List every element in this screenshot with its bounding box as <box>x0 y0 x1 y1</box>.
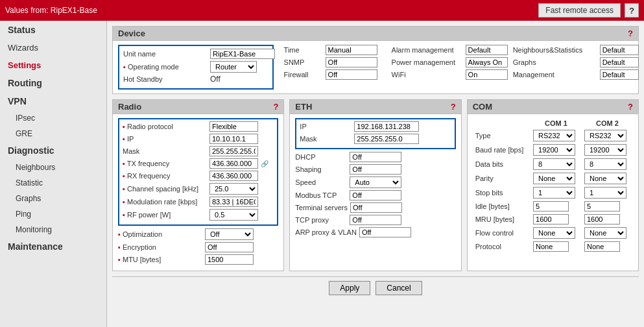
sidebar-item-status[interactable]: Status <box>0 21 106 39</box>
com-data-label: Data bits <box>473 157 531 171</box>
radio-rf-label: RF power [W] <box>123 211 207 219</box>
eth-arp-input[interactable] <box>359 227 411 237</box>
apply-button[interactable]: Apply <box>329 281 370 295</box>
com1-type-select[interactable]: RS232 <box>533 130 575 141</box>
radio-channel-select[interactable]: 25.0 <box>209 183 258 195</box>
sidebar: Status Wizards Settings Routing VPN IPse… <box>0 21 107 327</box>
eth-terminal-label: Terminal servers <box>295 204 348 212</box>
cancel-button[interactable]: Cancel <box>376 281 422 295</box>
radio-help[interactable]: ? <box>273 102 278 112</box>
sidebar-item-diagnostic[interactable]: Diagnostic <box>0 141 106 160</box>
radio-channel-label: Channel spacing [kHz] <box>123 185 207 193</box>
radio-encryption-row: Encryption <box>118 242 278 252</box>
com2-data-select[interactable]: 8 <box>584 158 626 170</box>
help-button[interactable]: ? <box>625 3 639 18</box>
com2-parity-select[interactable]: None <box>584 173 626 184</box>
radio-mtu-label: MTU [bytes] <box>118 256 202 263</box>
sidebar-item-maintenance[interactable]: Maintenance <box>0 237 106 256</box>
operating-mode-select[interactable]: Router <box>210 61 257 73</box>
com2-idle-input[interactable] <box>584 201 620 212</box>
radio-mtu-row: MTU [bytes] <box>118 254 278 265</box>
com2-stop-select[interactable]: 1 <box>584 187 626 199</box>
sidebar-item-graphs[interactable]: Graphs <box>0 191 106 206</box>
device-right: Neighbours&Statistics Graphs Management <box>513 45 633 82</box>
eth-terminal-input[interactable] <box>350 202 402 213</box>
eth-dhcp-input[interactable] <box>350 152 401 162</box>
com1-baud-select[interactable]: 19200 <box>533 144 575 156</box>
com1-parity-select[interactable]: None <box>533 173 575 184</box>
sidebar-item-vpn[interactable]: VPN <box>0 92 106 110</box>
alarm-label: Alarm management <box>392 46 463 54</box>
radio-mask-input[interactable] <box>209 146 258 156</box>
com1-protocol-input[interactable] <box>533 241 569 252</box>
neighbours-label: Neighbours&Statistics <box>513 46 597 54</box>
radio-tx-input[interactable] <box>209 158 258 169</box>
content-area: Device ? Unit name Operating mode <box>107 21 644 327</box>
graphs-input[interactable] <box>600 57 639 67</box>
com2-mru-input[interactable] <box>584 214 620 224</box>
snmp-input[interactable] <box>326 57 377 67</box>
radio-ip-input[interactable] <box>209 134 258 144</box>
eth-tcp-input[interactable] <box>350 215 401 225</box>
com1-stop-select[interactable]: 1 <box>533 187 575 199</box>
radio-encryption-input[interactable] <box>205 242 254 252</box>
com1-idle-input[interactable] <box>533 201 569 212</box>
com1-data-select[interactable]: 8 <box>533 158 575 170</box>
unit-name-label: Unit name <box>123 50 208 58</box>
com2-type-select[interactable]: RS232 <box>584 130 626 141</box>
com-idle-row: Idle [bytes] <box>473 200 633 213</box>
sidebar-item-routing[interactable]: Routing <box>0 74 106 92</box>
eth-modbus-input[interactable] <box>350 190 401 200</box>
sidebar-item-wizards[interactable]: Wizards <box>0 39 106 56</box>
sidebar-item-settings[interactable]: Settings <box>0 56 106 74</box>
com1-mru-input[interactable] <box>533 214 569 224</box>
eth-ip-row: IP <box>300 121 451 132</box>
eth-ip-input[interactable] <box>354 121 419 132</box>
time-input[interactable] <box>326 45 377 55</box>
alarm-input[interactable] <box>466 45 508 55</box>
power-input[interactable] <box>466 57 508 67</box>
com2-protocol-input[interactable] <box>584 241 620 252</box>
com-data-row: Data bits 8 8 <box>473 157 633 171</box>
radio-rf-select[interactable]: 0.5 <box>209 209 258 221</box>
radio-modulation-input[interactable] <box>209 197 258 207</box>
fast-remote-button[interactable]: Fast remote access <box>538 3 621 18</box>
radio-mtu-input[interactable] <box>205 254 254 265</box>
radio-rx-input[interactable] <box>209 171 258 181</box>
eth-mask-input[interactable] <box>354 134 419 144</box>
com-help[interactable]: ? <box>628 102 633 112</box>
radio-protocol-input[interactable] <box>209 121 258 132</box>
radio-optimization-select[interactable]: Off <box>205 228 254 240</box>
firewall-label: Firewall <box>284 71 323 79</box>
wifi-input[interactable] <box>466 69 508 80</box>
com2-baud-select[interactable]: 19200 <box>584 144 626 156</box>
com-mru-label: MRU [bytes] <box>473 213 531 226</box>
sidebar-item-statistic[interactable]: Statistic <box>0 175 106 191</box>
sidebar-item-ipsec[interactable]: IPsec <box>0 110 106 126</box>
sidebar-item-ping[interactable]: Ping <box>0 206 106 222</box>
radio-title: Radio <box>118 102 141 112</box>
radio-optimization-row: Optimization Off <box>118 228 278 240</box>
eth-mask-label: Mask <box>300 135 352 143</box>
eth-speed-select[interactable]: Auto <box>350 176 401 188</box>
neighbours-input[interactable] <box>600 45 639 55</box>
firewall-input[interactable] <box>326 69 377 80</box>
sidebar-item-neighbours[interactable]: Neighbours <box>0 160 106 175</box>
eth-modbus-label: Modbus TCP <box>295 191 347 199</box>
com1-flow-select[interactable]: None <box>533 227 575 239</box>
eth-help[interactable]: ? <box>451 102 456 112</box>
com2-flow-select[interactable]: None <box>584 227 626 239</box>
device-help[interactable]: ? <box>628 29 633 38</box>
bottom-bar: Apply Cancel <box>112 276 639 299</box>
eth-shaping-input[interactable] <box>350 164 401 175</box>
alarm-row: Alarm management <box>392 45 503 55</box>
sidebar-item-monitoring[interactable]: Monitoring <box>0 222 106 237</box>
com-table: COM 1 COM 2 Type RS232 RS232 <box>473 118 633 253</box>
eth-tcp-label: TCP proxy <box>295 216 347 224</box>
hot-standby-value: Off <box>210 75 221 84</box>
unit-name-input[interactable] <box>210 49 275 59</box>
radio-protocol-label: Radio protocol <box>123 123 207 130</box>
management-input[interactable] <box>600 69 639 80</box>
main-layout: Status Wizards Settings Routing VPN IPse… <box>0 21 644 327</box>
sidebar-item-gre[interactable]: GRE <box>0 126 106 141</box>
